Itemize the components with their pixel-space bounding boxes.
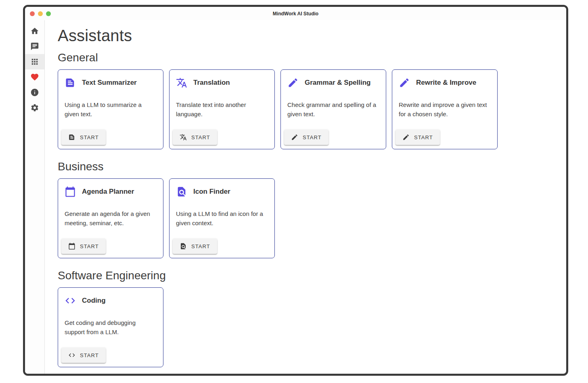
start-button-label: START xyxy=(303,134,322,140)
calendar-icon xyxy=(68,243,75,250)
text-snippet-icon xyxy=(68,134,75,141)
start-button-coding[interactable]: START xyxy=(61,347,106,363)
calendar-icon xyxy=(65,186,76,197)
assistant-card-rewrite-improve: Rewrite & ImproveRewrite and improve a g… xyxy=(392,69,498,149)
card-description: Check grammar and spelling of a given te… xyxy=(287,100,379,119)
start-button-label: START xyxy=(414,134,433,140)
section-business: BusinessAgenda PlannerGenerate an agenda… xyxy=(58,160,557,258)
section-title: Software Engineering xyxy=(58,269,557,282)
card-title: Coding xyxy=(82,297,106,305)
card-title: Grammar & Spelling xyxy=(305,79,370,87)
card-title: Rewrite & Improve xyxy=(416,79,476,87)
start-button-grammar-spelling[interactable]: START xyxy=(284,130,329,145)
assistant-card-translation: TranslationTranslate text into another l… xyxy=(169,69,275,149)
card-description: Get coding and debugging support from a … xyxy=(65,318,157,337)
code-icon xyxy=(65,295,76,306)
page-title: Assistants xyxy=(58,27,557,45)
section-general: GeneralText SummarizerUsing a LLM to sum… xyxy=(58,51,557,149)
edit-icon xyxy=(287,77,299,88)
assistant-card-coding: CodingGet coding and debugging support f… xyxy=(58,287,163,367)
start-button-rewrite-improve[interactable]: START xyxy=(395,130,440,145)
start-button-agenda-planner[interactable]: START xyxy=(61,239,106,254)
edit-icon xyxy=(399,77,410,88)
cards-row: Agenda PlannerGenerate an agenda for a g… xyxy=(58,178,557,258)
card-description: Using a LLM to find an icon for a given … xyxy=(176,209,268,228)
titlebar: MindWork AI Studio xyxy=(25,7,566,20)
start-button-text-summarizer[interactable]: START xyxy=(61,130,106,145)
main-content: Assistants GeneralText SummarizerUsing a… xyxy=(45,20,566,374)
sidebar-item-settings[interactable] xyxy=(25,100,44,115)
card-description: Generate an agenda for a given meeting, … xyxy=(65,209,157,228)
chat-icon xyxy=(30,42,39,51)
card-description: Using a LLM to summarize a given text. xyxy=(65,100,157,119)
cards-row: CodingGet coding and debugging support f… xyxy=(58,287,557,367)
translate-icon xyxy=(176,77,187,88)
start-button-label: START xyxy=(80,134,99,140)
sidebar xyxy=(25,20,45,374)
section-title: General xyxy=(58,51,557,64)
assistant-card-text-summarizer: Text SummarizerUsing a LLM to summarize … xyxy=(58,69,163,149)
sidebar-item-home[interactable] xyxy=(25,23,44,39)
sidebar-item-about[interactable] xyxy=(25,85,44,100)
start-button-translation[interactable]: START xyxy=(173,130,217,145)
info-icon xyxy=(30,88,39,97)
cards-row: Text SummarizerUsing a LLM to summarize … xyxy=(58,69,557,149)
card-header: Grammar & Spelling xyxy=(287,77,379,88)
card-title: Translation xyxy=(193,79,230,87)
sidebar-item-supporters[interactable] xyxy=(25,69,44,85)
card-title: Text Summarizer xyxy=(82,79,137,87)
edit-icon xyxy=(402,134,410,141)
card-header: Rewrite & Improve xyxy=(399,77,491,88)
card-title: Icon Finder xyxy=(193,188,230,196)
card-header: Icon Finder xyxy=(176,186,268,197)
edit-icon xyxy=(291,134,298,141)
card-description: Translate text into another language. xyxy=(176,100,268,119)
start-button-label: START xyxy=(80,352,99,358)
start-button-label: START xyxy=(191,134,210,140)
icon-search-icon xyxy=(180,243,187,250)
code-icon xyxy=(68,352,75,359)
card-title: Agenda Planner xyxy=(82,188,134,196)
window-title: MindWork AI Studio xyxy=(25,11,566,17)
home-icon xyxy=(30,27,39,36)
gear-icon xyxy=(30,103,39,112)
assistant-card-icon-finder: Icon FinderUsing a LLM to find an icon f… xyxy=(169,178,275,258)
assistant-card-agenda-planner: Agenda PlannerGenerate an agenda for a g… xyxy=(58,178,163,258)
section-title: Business xyxy=(58,160,557,173)
card-header: Agenda Planner xyxy=(65,186,157,197)
start-button-label: START xyxy=(191,243,210,249)
sidebar-item-assistants[interactable] xyxy=(25,54,44,69)
apps-icon xyxy=(30,57,39,66)
card-header: Translation xyxy=(176,77,268,88)
app-window: MindWork AI Studio Assistants GeneralTex… xyxy=(23,5,568,376)
card-description: Rewrite and improve a given text for a c… xyxy=(399,100,491,119)
start-button-label: START xyxy=(80,243,99,249)
icon-search-icon xyxy=(176,186,187,197)
card-header: Coding xyxy=(65,295,157,306)
assistant-card-grammar-spelling: Grammar & SpellingCheck grammar and spel… xyxy=(280,69,386,149)
heart-icon xyxy=(30,73,39,82)
card-header: Text Summarizer xyxy=(65,77,157,88)
section-software-engineering: Software EngineeringCodingGet coding and… xyxy=(58,269,557,367)
start-button-icon-finder[interactable]: START xyxy=(173,239,217,254)
text-snippet-icon xyxy=(65,77,76,88)
translate-icon xyxy=(180,134,187,141)
sidebar-item-chats[interactable] xyxy=(25,39,44,54)
